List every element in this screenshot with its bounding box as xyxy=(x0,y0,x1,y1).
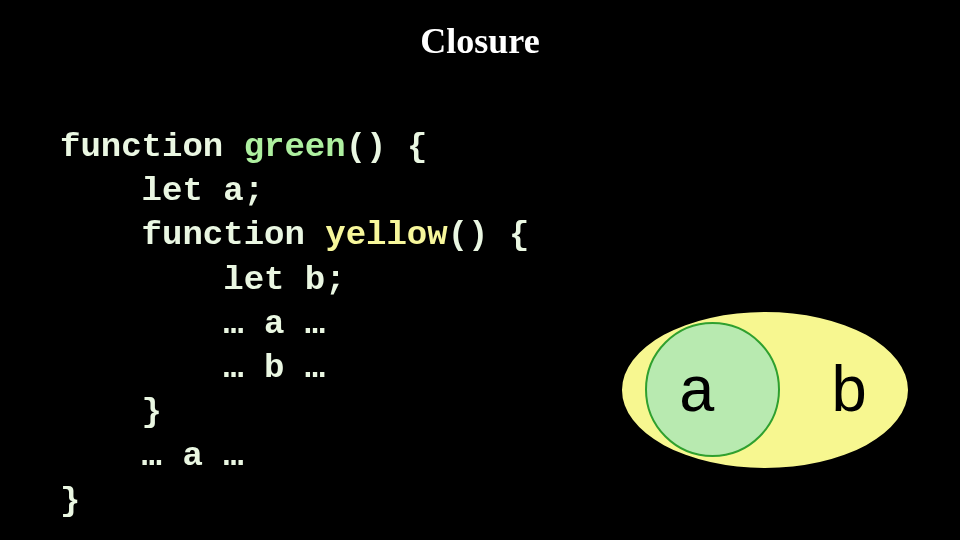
inner-scope-label: a xyxy=(678,358,716,430)
venn-diagram: a b xyxy=(620,310,920,480)
code-line-1-fn-name: green xyxy=(244,128,346,166)
code-line-7: } xyxy=(60,393,162,431)
code-line-3-after: () { xyxy=(448,216,530,254)
slide-title: Closure xyxy=(0,20,960,62)
code-line-4: let b; xyxy=(60,261,346,299)
code-line-1-keyword: function xyxy=(60,128,244,166)
code-line-2: let a; xyxy=(60,172,264,210)
code-line-3-fn-name: yellow xyxy=(325,216,447,254)
code-block: function green() { let a; function yello… xyxy=(60,125,529,523)
code-line-6: … b … xyxy=(60,349,325,387)
code-line-5: … a … xyxy=(60,305,325,343)
slide: Closure function green() { let a; functi… xyxy=(0,0,960,540)
code-line-8: … a … xyxy=(60,437,244,475)
code-line-3-keyword: function xyxy=(60,216,325,254)
code-line-9: } xyxy=(60,482,80,520)
code-line-1-after: () { xyxy=(346,128,428,166)
outer-scope-label: b xyxy=(830,358,868,430)
